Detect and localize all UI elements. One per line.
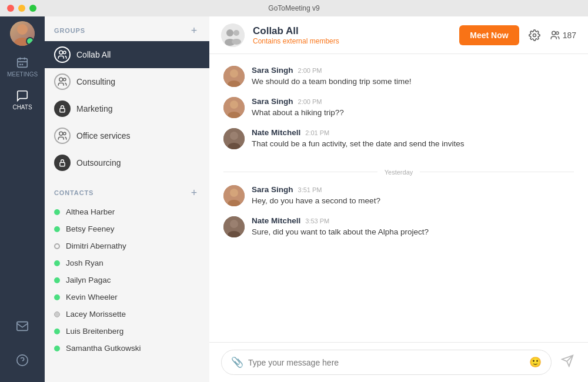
message-input[interactable] xyxy=(248,358,524,367)
member-count: 187 xyxy=(550,30,576,41)
message-group: Sara Singh 2:00 PM We should do a team b… xyxy=(223,66,574,88)
user-avatar[interactable] xyxy=(10,21,35,46)
message-header: Nate Mitchell 3:53 PM xyxy=(252,216,574,225)
message-time: 3:51 PM xyxy=(298,186,322,193)
chat-group-avatar xyxy=(221,24,245,47)
contact-name: Dimitri Abernathy xyxy=(66,242,126,250)
message-sender: Sara Singh xyxy=(252,185,293,194)
message-time: 2:00 PM xyxy=(298,67,322,74)
add-group-button[interactable]: + xyxy=(188,25,200,36)
avatar-nate-mitchell xyxy=(223,216,245,237)
message-text: What about a hiking trip?? xyxy=(252,108,574,119)
divider-text: Yesterday xyxy=(385,169,413,176)
message-group: Sara Singh 3:51 PM Hey, do you have a se… xyxy=(223,185,574,207)
avatar-face-svg xyxy=(223,216,245,237)
send-button[interactable] xyxy=(559,352,576,373)
avatar-sara-singh xyxy=(223,97,245,118)
divider-line xyxy=(420,172,574,172)
sidebar: GROUPS + Collab All Consulting xyxy=(45,16,209,382)
people-icon xyxy=(57,49,68,60)
contact-name: Samantha Gutkowski xyxy=(66,344,141,353)
nav-item-chats[interactable]: CHATS xyxy=(0,83,45,116)
contact-item[interactable]: Lacey Morissette xyxy=(45,306,209,323)
group-avatar-svg xyxy=(221,24,245,47)
window-controls xyxy=(7,5,36,12)
lock-icon xyxy=(58,105,66,113)
contact-item[interactable]: Kevin Wheeler xyxy=(45,289,209,306)
contact-item[interactable]: Jailyn Pagac xyxy=(45,272,209,289)
attachment-icon[interactable]: 📎 xyxy=(231,356,243,368)
svg-point-18 xyxy=(233,30,239,36)
message-text: We should do a team bonding trip some ti… xyxy=(252,76,574,88)
message-group: Nate Mitchell 2:01 PM That could be a fu… xyxy=(223,128,574,150)
group-icon-outsourcing xyxy=(54,155,71,171)
app-container: MEETINGS CHATS xyxy=(0,16,588,382)
svg-point-9 xyxy=(59,78,63,81)
message-sender: Sara Singh xyxy=(252,66,293,75)
svg-point-8 xyxy=(64,51,66,54)
message-time: 2:01 PM xyxy=(305,129,329,136)
emoji-icon[interactable]: 🙂 xyxy=(529,356,542,368)
groups-section-header: GROUPS + xyxy=(45,16,209,41)
svg-point-33 xyxy=(230,189,238,197)
message-input-wrap[interactable]: 📎 🙂 xyxy=(221,350,552,375)
nav-bottom xyxy=(16,314,29,373)
svg-point-20 xyxy=(533,33,536,36)
meetings-icon xyxy=(16,56,29,69)
svg-point-24 xyxy=(230,69,238,78)
nav-item-mail[interactable] xyxy=(16,314,29,339)
contact-item[interactable]: Samantha Gutkowski xyxy=(45,340,209,357)
group-item-consulting[interactable]: Consulting xyxy=(45,68,209,95)
contact-item[interactable]: Betsy Feeney xyxy=(45,220,209,237)
maximize-button[interactable] xyxy=(29,5,36,12)
avatar-face-svg xyxy=(223,128,245,149)
group-item-outsourcing[interactable]: Outsourcing xyxy=(45,149,209,176)
contact-name: Althea Harber xyxy=(66,207,115,216)
message-group: Sara Singh 2:00 PM What about a hiking t… xyxy=(223,97,574,119)
avatar-nate-mitchell xyxy=(223,128,245,149)
avatar-face-svg xyxy=(223,97,245,118)
titlebar: GoToMeeting v9 xyxy=(0,0,588,16)
close-button[interactable] xyxy=(7,5,14,12)
nav-item-meetings[interactable]: MEETINGS xyxy=(0,51,45,83)
message-time: 3:53 PM xyxy=(305,217,329,224)
contacts-section: CONTACTS + Althea Harber Betsy Feeney Di… xyxy=(45,176,209,357)
divider-line xyxy=(223,172,377,172)
add-contact-button[interactable]: + xyxy=(188,187,200,199)
avatar-face-svg xyxy=(223,185,245,206)
chat-header-actions: Meet Now 187 xyxy=(459,25,576,45)
contact-item[interactable]: Josh Ryan xyxy=(45,254,209,272)
message-header: Sara Singh 2:00 PM xyxy=(252,97,574,106)
message-content: Nate Mitchell 2:01 PM That could be a fu… xyxy=(252,128,574,150)
chat-name: Collab All xyxy=(253,25,451,37)
contact-item[interactable]: Luis Breitenberg xyxy=(45,323,209,340)
group-icon-collab-all xyxy=(54,46,71,63)
nav-item-help[interactable] xyxy=(16,348,29,373)
group-name-marketing: Marketing xyxy=(76,104,112,113)
message-header: Nate Mitchell 2:01 PM xyxy=(252,128,574,137)
avatar-svg xyxy=(10,21,35,46)
settings-button[interactable] xyxy=(526,27,543,43)
meet-now-button[interactable]: Meet Now xyxy=(459,25,519,45)
message-sender: Nate Mitchell xyxy=(252,128,300,137)
group-item-marketing[interactable]: Marketing xyxy=(45,95,209,122)
group-item-office-services[interactable]: Office services xyxy=(45,122,209,149)
contact-item[interactable]: Althea Harber xyxy=(45,203,209,220)
status-dot-online xyxy=(54,329,60,334)
people-icon xyxy=(57,76,68,87)
chats-label: CHATS xyxy=(12,104,32,110)
minimize-button[interactable] xyxy=(18,5,25,12)
contact-name: Jailyn Pagac xyxy=(66,276,111,284)
group-name-outsourcing: Outsourcing xyxy=(76,158,121,167)
avatar-face xyxy=(10,21,35,46)
message-content: Sara Singh 2:00 PM What about a hiking t… xyxy=(252,97,574,119)
message-header: Sara Singh 2:00 PM xyxy=(252,66,574,75)
contacts-section-header: CONTACTS + xyxy=(45,179,209,203)
message-content: Nate Mitchell 3:53 PM Sure, did you want… xyxy=(252,216,574,238)
message-time: 2:00 PM xyxy=(298,98,322,105)
groups-label: GROUPS xyxy=(54,27,85,34)
status-dot-away xyxy=(54,243,60,249)
group-item-collab-all[interactable]: Collab All xyxy=(45,41,209,68)
status-dot-offline xyxy=(54,311,60,317)
contact-item[interactable]: Dimitri Abernathy xyxy=(45,237,209,254)
